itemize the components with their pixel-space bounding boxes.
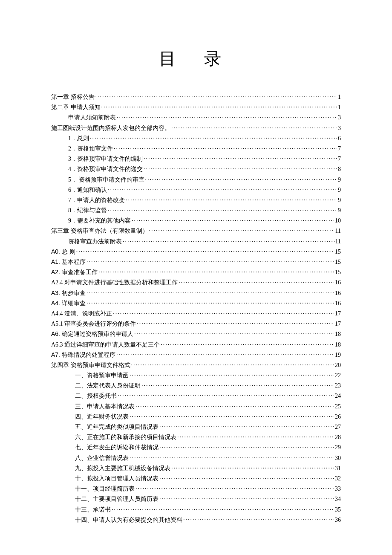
toc-entry: 5． 资格预审申请文件的审查9 [51,175,341,185]
toc-entry-label: 十四、申请人认为有必要提交的其他资料 [75,515,182,525]
toc-entry-page: 16 [335,289,341,298]
toc-entry-page: 30 [335,454,341,463]
toc-entry-page: 11 [335,226,341,236]
toc-entry-label: 五、近年完成的类似项目情况表 [75,422,159,432]
toc-entry-page: 1 [338,103,341,112]
toc-entry: 二、法定代表人身份证明23 [51,381,341,390]
toc-entry-label: 6．通知和确认 [68,185,107,195]
toc-entry: 3．资格预审申请文件的编制7 [51,154,341,164]
toc-leader-dots [108,206,337,215]
toc-entry-label: 5． 资格预审申请文件的审查 [68,175,144,185]
toc-entry: 资格审查办法前附表11 [51,237,341,246]
toc-entry: A4. 详细审查16 [51,299,341,308]
toc-leader-dots [145,175,337,185]
toc-entry-label: 四、近年财务状况表 [75,412,129,422]
toc-entry: A0. 总 则15 [51,247,341,257]
toc-entry-page: 6 [338,134,341,143]
toc-leader-dots [123,237,334,246]
toc-entry-page: 1 [338,92,341,102]
toc-entry: 四、近年财务状况表26 [51,412,341,422]
toc-entry: A6.3 通过详细审查的申请人数量不足三个18 [51,340,341,350]
toc-leader-dots [76,247,334,257]
toc-entry: 十二、主要项目管理人员简历表34 [51,494,341,504]
toc-entry-page: 3 [338,113,341,122]
toc-entry-label: A4. 详细审查 [51,299,86,308]
toc-entry-label: A2. 审查准备工作 [51,268,98,277]
toc-entry: A1. 基本程序15 [51,257,341,267]
toc-entry-page: 10 [335,216,341,225]
toc-entry-page: 17 [335,309,341,318]
page-title: 目 录 [51,47,341,70]
toc-entry-page: 25 [335,402,341,411]
toc-entry-label: 一、资格预审申请函 [75,371,129,380]
toc-entry-label: 4．资格预审申请文件的递交 [68,165,143,174]
toc-entry: 6．通知和确认9 [51,185,341,195]
toc-entry: A5.1 审查委员会进行评分的条件17 [51,319,341,329]
toc-entry: 4．资格预审申请文件的递交8 [51,165,341,174]
toc-leader-dots [112,505,334,515]
toc-leader-dots [86,299,334,308]
toc-entry: 2．资格预审文件7 [51,144,341,153]
toc-entry: 第三章 资格审查办法（有限数量制）11 [51,226,341,236]
toc-entry: A6. 确定通过资格预审的申请人18 [51,330,341,339]
toc-entry-label: 十、拟投入项目管理人员情况表 [75,474,159,483]
toc-leader-dots [177,433,334,442]
toc-leader-dots [144,165,337,174]
toc-entry-label: 1．总则 [68,134,89,143]
toc-entry-page: 3 [338,124,341,133]
toc-leader-dots [135,484,334,494]
toc-entry-label: A0. 总 则 [51,247,75,257]
toc-entry-page: 9 [338,196,341,205]
toc-entry-page: 16 [335,278,341,287]
toc-entry-label: 3．资格预审申请文件的编制 [68,154,143,164]
toc-leader-dots [144,154,337,164]
toc-entry-page: 18 [335,330,341,339]
toc-entry: 三、申请人基本情况表25 [51,402,341,411]
toc-entry-page: 7 [338,144,341,153]
toc-entry-label: 二、法定代表人身份证明 [75,381,141,390]
toc-entry: A4.4 澄清、说明或补正17 [51,309,341,318]
toc-leader-dots [86,289,334,298]
toc-entry: 九、拟投入主要施工机械设备情况表31 [51,464,341,473]
toc-entry-label: 九、拟投入主要施工机械设备情况表 [75,464,170,473]
toc-entry: 十三、承诺书35 [51,505,341,515]
toc-entry-label: A5.1 审查委员会进行评分的条件 [51,319,136,329]
toc-entry-label: A2.4 对申请文件进行基础性数据分析和整理工作 [51,278,178,287]
toc-leader-dots [117,113,337,122]
toc-leader-dots [149,226,334,236]
toc-entry: 8．纪律与监督9 [51,206,341,215]
toc-entry-page: 15 [335,257,341,267]
toc-entry-page: 9 [338,206,341,215]
toc-entry-page: 29 [335,443,341,452]
toc-entry-label: 三、申请人基本情况表 [75,402,135,411]
toc-leader-dots [116,350,334,360]
toc-entry: 五、近年完成的类似项目情况表27 [51,422,341,432]
toc-entry-label: 资格审查办法前附表 [68,237,122,246]
toc-entry-page: 27 [335,422,341,432]
toc-entry-page: 32 [335,474,341,483]
toc-entry: 二、授权委托书24 [51,391,341,401]
toc-leader-dots [161,340,334,350]
toc-entry-page: 7 [338,154,341,164]
toc-entry: 施工图纸设计范围内招标人发包的全部内容。3 [51,124,341,133]
toc-entry-page: 9 [338,185,341,195]
toc-entry-label: 十三、承诺书 [75,505,111,515]
toc-entry-label: A1. 基本程序 [51,257,86,267]
toc-leader-dots [86,257,334,267]
toc-leader-dots [134,330,334,339]
toc-leader-dots [130,454,334,463]
toc-entry-label: 十二、主要项目管理人员简历表 [75,494,159,504]
toc-entry-page: 34 [335,494,341,504]
toc-leader-dots [171,464,334,473]
toc-entry: 十、拟投入项目管理人员情况表32 [51,474,341,483]
toc-entry-label: 第三章 资格审查办法（有限数量制） [51,226,148,236]
toc-leader-dots [95,92,337,102]
toc-entry-label: 7．申请人的资格改变 [68,196,125,205]
toc-leader-dots [132,216,334,225]
toc-entry: 9．需要补充的其他内容10 [51,216,341,225]
toc-entry-label: 2．资格预审文件 [68,144,113,153]
toc-entry-label: A6.3 通过详细审查的申请人数量不足三个 [51,340,160,350]
toc-leader-dots [113,309,334,318]
toc-entry-page: 26 [335,412,341,422]
toc-entry-label: A3. 初步审查 [51,289,86,298]
